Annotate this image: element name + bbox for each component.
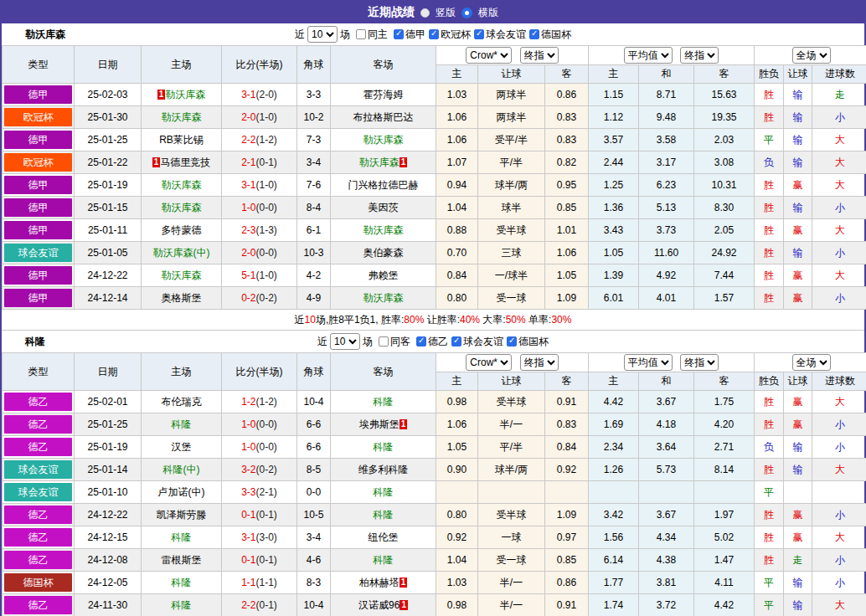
avg-home-cell: 1.39: [589, 264, 639, 287]
odds-stage-select[interactable]: 终指: [520, 47, 559, 64]
team-name: 勒沃库森: [25, 23, 65, 45]
corners-cell: 10-3: [297, 242, 331, 264]
league-checkbox[interactable]: [507, 336, 517, 346]
result-cell: 胜: [755, 549, 784, 572]
bookmaker-select[interactable]: Crow*: [466, 354, 512, 371]
away-odds-cell: 0.84: [545, 436, 589, 459]
scope-select[interactable]: 全场: [792, 354, 831, 371]
odds-stage-select[interactable]: 终指: [520, 354, 559, 371]
goals-result-cell: 小: [812, 287, 866, 310]
league-checkbox[interactable]: [394, 29, 404, 39]
match-row: 德乙24-12-15科隆3-1(3-0)3-4纽伦堡0.92一球0.971.56…: [3, 526, 866, 549]
home-odds-cell: 0.80: [436, 504, 478, 526]
vertical-layout-radio[interactable]: [420, 8, 430, 18]
match-row: 德甲25-01-15勒沃库森1-0(0-0)8-4美因茨1.04球半0.851.…: [3, 197, 866, 219]
result-cell: 胜: [755, 84, 784, 106]
avg-home-cell: 2.34: [589, 436, 639, 459]
league-cell: 德乙: [3, 594, 75, 616]
average-stage-select[interactable]: 终指: [680, 47, 719, 64]
away-odds-cell: 0.85: [545, 549, 589, 572]
team-label: 美因茨: [369, 202, 399, 213]
vertical-layout-label[interactable]: 竖版: [436, 6, 456, 20]
home-team-cell: 科隆: [142, 572, 222, 594]
handicap-cell: 半/一: [478, 594, 545, 616]
team-label: 弗赖堡: [369, 270, 399, 281]
bookmaker-select[interactable]: Crow*: [466, 47, 512, 64]
avg-away-cell: 10.31: [694, 174, 755, 197]
team-label: 奥伯豪森: [363, 247, 404, 259]
average-header-cell: 平均值 终指: [589, 353, 755, 372]
scope-select[interactable]: 全场: [792, 47, 831, 64]
league-cell: 球会友谊: [3, 481, 75, 504]
league-filter-label: 球会友谊: [486, 28, 526, 42]
away-team-cell: 霍芬海姆: [331, 84, 436, 106]
red-card-badge: 1: [399, 157, 408, 167]
full-score: 3-3: [241, 486, 255, 498]
away-team-cell: 勒沃库森: [331, 287, 436, 310]
result-cell: 负: [755, 151, 784, 174]
league-checkbox[interactable]: [529, 29, 539, 39]
match-row: 球会友谊25-01-14科隆(中)3-2(0-2)8-5维多利科隆0.90球半/…: [3, 459, 866, 481]
home-odds-cell: [436, 481, 478, 504]
date-cell: 24-12-22: [75, 264, 142, 287]
match-count-select[interactable]: 10: [307, 26, 338, 43]
match-count-select[interactable]: 10: [330, 333, 360, 350]
col-header: 胜负: [755, 372, 784, 391]
league-checkbox[interactable]: [429, 29, 439, 39]
handicap-result-cell: 赢: [784, 413, 812, 436]
handicap-cell: 受平/半: [478, 129, 545, 151]
col-header: 类型: [3, 353, 75, 391]
same-venue-checkbox[interactable]: [356, 29, 366, 39]
same-venue-checkbox[interactable]: [379, 336, 389, 346]
home-team-cell: 凯泽斯劳滕: [142, 504, 222, 526]
avg-away-cell: 1.97: [694, 504, 755, 526]
half-score: (2-0): [256, 89, 277, 100]
away-team-cell: 柏林赫塔1: [331, 572, 436, 594]
league-filter-label: 德甲: [405, 28, 425, 42]
league-checkbox[interactable]: [474, 29, 484, 39]
avg-draw-cell: 3.67: [639, 391, 694, 413]
matches-label: 场: [340, 28, 350, 42]
away-team-cell: 汉诺威961: [331, 594, 436, 616]
home-team-cell: 汉堡: [142, 436, 222, 459]
league-checkbox[interactable]: [416, 336, 426, 346]
handicap-result-cell: 赢: [784, 174, 812, 197]
red-card-badge: 1: [152, 157, 161, 167]
col-header: 日期: [75, 46, 142, 84]
home-odds-cell: 0.70: [436, 242, 478, 264]
team-label: RB莱比锡: [159, 134, 204, 146]
away-odds-cell: 0.82: [545, 151, 589, 174]
full-score: 1-2: [241, 396, 255, 408]
corners-cell: 4-2: [297, 264, 331, 287]
league-checkbox[interactable]: [451, 336, 461, 346]
col-header: 主场: [142, 353, 222, 391]
league-badge: 德乙: [4, 393, 72, 411]
avg-home-cell: 4.42: [589, 391, 639, 413]
goals-result-cell: 大: [812, 264, 866, 287]
team-label: 多特蒙德: [162, 224, 202, 236]
team-label: 门兴格拉德巴赫: [348, 179, 419, 191]
away-team-cell: 科隆: [331, 436, 436, 459]
summary-segment: 10: [305, 314, 316, 326]
avg-draw-cell: 6.23: [639, 174, 694, 197]
team-label: 科隆: [374, 396, 394, 408]
filter-row: 科隆 近 10 场 同客 德乙球会友谊德国杯: [2, 331, 864, 352]
league-cell: 欧冠杯: [3, 151, 75, 174]
horizontal-layout-radio[interactable]: [461, 8, 472, 18]
avg-home-cell: 1.26: [589, 459, 639, 481]
match-row: 德乙24-11-30科隆2-2(0-1)10-4汉诺威9610.98半/一0.9…: [3, 594, 866, 616]
col-header: 客场: [331, 353, 436, 391]
corners-cell: 4-9: [297, 287, 331, 310]
horizontal-layout-label[interactable]: 横版: [478, 6, 498, 20]
average-select[interactable]: 平均值: [624, 354, 673, 371]
scope-header-cell: 全场: [755, 353, 866, 372]
average-select[interactable]: 平均值: [624, 47, 673, 64]
half-score: (3-0): [256, 531, 277, 543]
col-header: 主场: [142, 46, 222, 84]
full-score: 2-0: [241, 247, 255, 259]
half-score: (0-0): [256, 418, 277, 430]
average-stage-select[interactable]: 终指: [680, 354, 719, 371]
col-header: 让球: [784, 372, 812, 391]
match-row: 德乙24-12-08雷根斯堡0-1(0-1)4-6科隆1.04受一球0.856.…: [3, 549, 866, 572]
handicap-cell: [478, 481, 545, 504]
